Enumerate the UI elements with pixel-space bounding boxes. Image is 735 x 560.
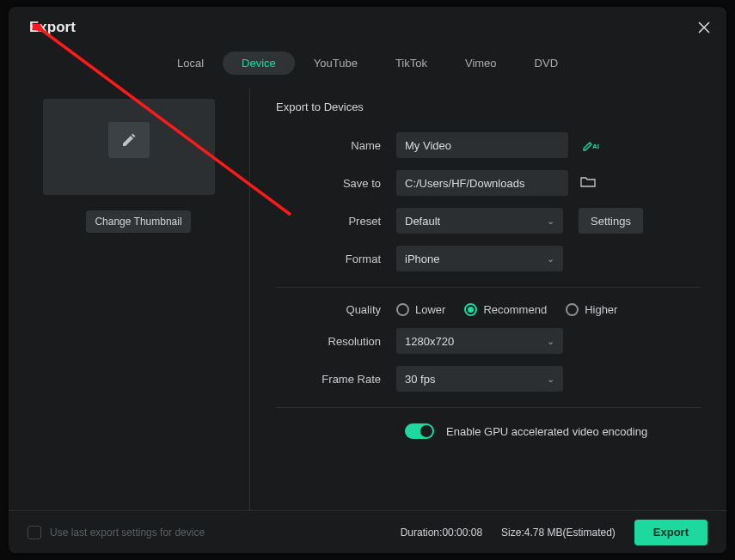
- thumbnail-caption: [128, 163, 131, 172]
- save-value: C:/Users/HF/Downloads: [405, 177, 524, 190]
- name-input[interactable]: My Video: [396, 132, 568, 158]
- preset-select[interactable]: Default ⌄: [396, 208, 563, 234]
- chevron-down-icon: ⌄: [547, 374, 554, 385]
- chevron-down-icon: ⌄: [547, 253, 554, 265]
- resolution-value: 1280x720: [405, 335, 454, 348]
- quality-higher-radio[interactable]: Higher: [566, 303, 617, 316]
- tab-local[interactable]: Local: [158, 52, 223, 75]
- preset-value: Default: [405, 215, 440, 228]
- resolution-select[interactable]: 1280x720 ⌄: [396, 328, 563, 354]
- tab-device[interactable]: Device: [223, 52, 295, 75]
- tab-dvd[interactable]: DVD: [516, 52, 577, 75]
- tab-vimeo[interactable]: Vimeo: [446, 52, 516, 75]
- duration-meta: Duration:00:00:08: [401, 527, 482, 539]
- section-title: Export to Devices: [276, 100, 701, 113]
- thumbnail-preview[interactable]: [43, 99, 215, 195]
- edit-icon: [108, 122, 150, 158]
- folder-icon[interactable]: [580, 176, 596, 191]
- format-select[interactable]: iPhone ⌄: [396, 246, 563, 271]
- format-value: iPhone: [405, 253, 439, 265]
- chevron-down-icon: ⌄: [547, 336, 554, 347]
- preset-label: Preset: [276, 215, 396, 228]
- export-button[interactable]: Export: [634, 520, 707, 545]
- gpu-toggle-label: Enable GPU accelerated video encoding: [446, 425, 647, 438]
- ai-rename-icon[interactable]: AI: [582, 139, 599, 151]
- use-last-checkbox[interactable]: [28, 526, 41, 539]
- resolution-row: Resolution 1280x720 ⌄: [276, 328, 701, 354]
- use-last-label: Use last export settings for device: [50, 527, 401, 539]
- dialog-header: Export: [9, 7, 726, 43]
- settings-panel: Export to Devices Name My Video AI Save …: [249, 88, 707, 510]
- change-thumbnail-button[interactable]: Change Thumbnail: [86, 210, 191, 233]
- size-value: 4.78 MB(Estimated): [524, 527, 616, 539]
- radio-dot-icon: [468, 307, 474, 313]
- name-label: Name: [276, 139, 396, 152]
- export-dialog: Export Local Device YouTube TikTok Vimeo…: [9, 7, 726, 553]
- save-path-input[interactable]: C:/Users/HF/Downloads: [396, 170, 568, 196]
- svg-text:AI: AI: [592, 143, 599, 150]
- name-row: Name My Video AI: [276, 132, 701, 158]
- format-row: Format iPhone ⌄: [276, 246, 701, 271]
- framerate-value: 30 fps: [405, 373, 435, 386]
- name-value: My Video: [405, 139, 451, 152]
- framerate-row: Frame Rate 30 fps ⌄: [276, 366, 701, 392]
- gpu-toggle[interactable]: [405, 423, 434, 439]
- dialog-title: Export: [29, 19, 706, 36]
- preset-row: Preset Default ⌄ Settings: [276, 208, 701, 234]
- save-label: Save to: [276, 177, 396, 190]
- close-icon[interactable]: [694, 17, 714, 38]
- duration-value: 00:00:08: [442, 527, 482, 539]
- resolution-label: Resolution: [276, 335, 396, 348]
- quality-lower-label: Lower: [415, 303, 445, 316]
- quality-lower-radio[interactable]: Lower: [396, 303, 445, 316]
- framerate-select[interactable]: 30 fps ⌄: [396, 366, 563, 392]
- divider: [276, 407, 701, 408]
- radio-circle-icon: [566, 303, 579, 316]
- export-tabs: Local Device YouTube TikTok Vimeo DVD: [9, 52, 726, 75]
- divider: [276, 287, 701, 288]
- radio-circle-icon: [464, 303, 477, 316]
- size-label: Size:: [501, 527, 524, 539]
- dialog-body: Change Thumbnail Export to Devices Name …: [9, 88, 726, 510]
- radio-circle-icon: [396, 303, 409, 316]
- save-row: Save to C:/Users/HF/Downloads: [276, 170, 701, 196]
- format-label: Format: [276, 253, 396, 265]
- quality-recommend-radio[interactable]: Recommend: [464, 303, 547, 316]
- preset-settings-button[interactable]: Settings: [579, 208, 643, 234]
- thumbnail-panel: Change Thumbnail: [28, 88, 249, 510]
- framerate-label: Frame Rate: [276, 373, 396, 386]
- toggle-knob-icon: [420, 425, 432, 437]
- quality-label: Quality: [276, 303, 396, 316]
- quality-recommend-label: Recommend: [483, 303, 547, 316]
- quality-row: Quality Lower Recommend Higher: [276, 303, 701, 316]
- gpu-toggle-row: Enable GPU accelerated video encoding: [405, 423, 701, 439]
- quality-higher-label: Higher: [585, 303, 617, 316]
- size-meta: Size:4.78 MB(Estimated): [501, 527, 616, 539]
- chevron-down-icon: ⌄: [547, 216, 554, 227]
- tab-youtube[interactable]: YouTube: [295, 52, 377, 75]
- tab-tiktok[interactable]: TikTok: [377, 52, 446, 75]
- dialog-footer: Use last export settings for device Dura…: [9, 510, 726, 553]
- duration-label: Duration:: [401, 527, 443, 539]
- quality-radio-group: Lower Recommend Higher: [396, 303, 617, 316]
